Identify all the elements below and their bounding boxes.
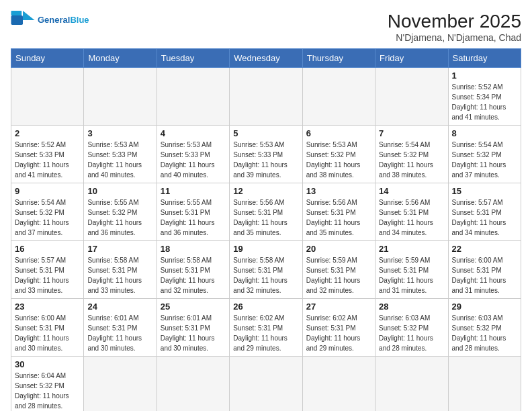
day-info: Sunrise: 6:01 AM Sunset: 5:31 PM Dayligh… [87,313,152,353]
day-info: Sunrise: 5:54 AM Sunset: 5:32 PM Dayligh… [15,197,80,238]
day-info: Sunrise: 6:02 AM Sunset: 5:31 PM Dayligh… [306,313,371,353]
calendar-cell [157,357,229,412]
calendar-week-0: 1Sunrise: 5:52 AM Sunset: 5:34 PM Daylig… [11,68,521,126]
day-info: Sunrise: 5:54 AM Sunset: 5:32 PM Dayligh… [379,140,444,180]
svg-rect-0 [11,15,24,25]
calendar-cell: 20Sunrise: 5:59 AM Sunset: 5:31 PM Dayli… [302,241,375,299]
day-number: 8 [452,128,517,138]
day-number: 15 [452,186,517,196]
day-number: 19 [233,244,298,254]
day-number: 1 [452,71,517,81]
day-number: 5 [233,128,298,138]
day-info: Sunrise: 5:55 AM Sunset: 5:32 PM Dayligh… [87,197,152,238]
calendar-week-5: 30Sunrise: 6:04 AM Sunset: 5:32 PM Dayli… [11,357,521,412]
day-number: 26 [233,302,298,312]
calendar-cell: 21Sunrise: 5:59 AM Sunset: 5:31 PM Dayli… [375,241,448,299]
calendar-cell [302,68,375,126]
calendar-cell [84,357,157,412]
day-info: Sunrise: 5:55 AM Sunset: 5:31 PM Dayligh… [161,197,226,238]
day-info: Sunrise: 6:02 AM Sunset: 5:31 PM Dayligh… [233,313,298,353]
day-info: Sunrise: 5:59 AM Sunset: 5:31 PM Dayligh… [379,255,444,295]
day-info: Sunrise: 5:53 AM Sunset: 5:32 PM Dayligh… [306,140,371,180]
day-number: 24 [87,302,152,312]
day-info: Sunrise: 5:58 AM Sunset: 5:31 PM Dayligh… [161,255,226,295]
calendar-cell [375,68,448,126]
calendar-cell [84,68,157,126]
calendar-cell: 8Sunrise: 5:54 AM Sunset: 5:32 PM Daylig… [448,126,521,183]
day-number: 29 [452,302,517,312]
calendar-cell: 25Sunrise: 6:01 AM Sunset: 5:31 PM Dayli… [157,299,229,357]
day-number: 18 [161,244,226,254]
calendar-cell [230,357,302,412]
calendar-cell: 17Sunrise: 5:58 AM Sunset: 5:31 PM Dayli… [84,241,157,299]
day-number: 13 [306,186,371,196]
logo-text: GeneralBlue [38,15,89,26]
calendar-cell: 9Sunrise: 5:54 AM Sunset: 5:32 PM Daylig… [11,183,84,241]
day-number: 7 [379,128,444,138]
calendar-cell: 30Sunrise: 6:04 AM Sunset: 5:32 PM Dayli… [11,357,84,412]
day-number: 22 [452,244,517,254]
calendar-cell: 24Sunrise: 6:01 AM Sunset: 5:31 PM Dayli… [84,299,157,357]
day-info: Sunrise: 5:56 AM Sunset: 5:31 PM Dayligh… [306,197,371,238]
weekday-header-friday: Friday [375,49,448,68]
calendar-body: 1Sunrise: 5:52 AM Sunset: 5:34 PM Daylig… [11,68,521,412]
calendar-cell: 23Sunrise: 6:00 AM Sunset: 5:31 PM Dayli… [11,299,84,357]
weekday-row: SundayMondayTuesdayWednesdayThursdayFrid… [11,49,521,68]
day-info: Sunrise: 5:53 AM Sunset: 5:33 PM Dayligh… [87,140,152,180]
day-info: Sunrise: 5:59 AM Sunset: 5:31 PM Dayligh… [306,255,371,295]
calendar-cell: 5Sunrise: 5:53 AM Sunset: 5:33 PM Daylig… [230,126,302,183]
logo: GeneralBlue [11,11,89,30]
day-number: 17 [87,244,152,254]
day-number: 28 [379,302,444,312]
calendar-cell: 19Sunrise: 5:58 AM Sunset: 5:31 PM Dayli… [230,241,302,299]
day-number: 21 [379,244,444,254]
calendar-cell: 7Sunrise: 5:54 AM Sunset: 5:32 PM Daylig… [375,126,448,183]
day-number: 6 [306,128,371,138]
weekday-header-thursday: Thursday [302,49,375,68]
calendar-header: SundayMondayTuesdayWednesdayThursdayFrid… [11,49,521,68]
calendar-cell [448,357,521,412]
day-number: 11 [161,186,226,196]
calendar-cell [302,357,375,412]
day-number: 25 [161,302,226,312]
day-info: Sunrise: 5:58 AM Sunset: 5:31 PM Dayligh… [87,255,152,295]
calendar-cell: 10Sunrise: 5:55 AM Sunset: 5:32 PM Dayli… [84,183,157,241]
day-info: Sunrise: 6:04 AM Sunset: 5:32 PM Dayligh… [15,371,80,411]
day-number: 27 [306,302,371,312]
calendar-cell [11,68,84,126]
day-info: Sunrise: 6:03 AM Sunset: 5:32 PM Dayligh… [379,313,444,353]
calendar-cell: 28Sunrise: 6:03 AM Sunset: 5:32 PM Dayli… [375,299,448,357]
day-number: 14 [379,186,444,196]
calendar-week-4: 23Sunrise: 6:00 AM Sunset: 5:31 PM Dayli… [11,299,521,357]
logo-blue: Blue [70,15,89,25]
location-title: N'Djamena, N'Djamena, Chad [388,32,521,43]
day-info: Sunrise: 5:53 AM Sunset: 5:33 PM Dayligh… [161,140,226,180]
calendar: SundayMondayTuesdayWednesdayThursdayFrid… [11,48,521,411]
day-info: Sunrise: 5:52 AM Sunset: 5:34 PM Dayligh… [452,82,517,122]
calendar-cell: 13Sunrise: 5:56 AM Sunset: 5:31 PM Dayli… [302,183,375,241]
calendar-cell [375,357,448,412]
calendar-week-2: 9Sunrise: 5:54 AM Sunset: 5:32 PM Daylig… [11,183,521,241]
calendar-cell [230,68,302,126]
weekday-header-saturday: Saturday [448,49,521,68]
day-info: Sunrise: 5:57 AM Sunset: 5:31 PM Dayligh… [452,197,517,238]
weekday-header-sunday: Sunday [11,49,84,68]
title-area: November 2025 N'Djamena, N'Djamena, Chad [388,11,521,43]
day-number: 30 [15,359,80,369]
calendar-cell: 22Sunrise: 6:00 AM Sunset: 5:31 PM Dayli… [448,241,521,299]
day-number: 20 [306,244,371,254]
day-info: Sunrise: 5:56 AM Sunset: 5:31 PM Dayligh… [233,197,298,238]
day-number: 4 [161,128,226,138]
calendar-cell: 18Sunrise: 5:58 AM Sunset: 5:31 PM Dayli… [157,241,229,299]
calendar-cell: 14Sunrise: 5:56 AM Sunset: 5:31 PM Dayli… [375,183,448,241]
calendar-cell: 12Sunrise: 5:56 AM Sunset: 5:31 PM Dayli… [230,183,302,241]
day-info: Sunrise: 5:53 AM Sunset: 5:33 PM Dayligh… [233,140,298,180]
calendar-cell [157,68,229,126]
day-number: 3 [87,128,152,138]
day-number: 9 [15,186,80,196]
calendar-cell: 15Sunrise: 5:57 AM Sunset: 5:31 PM Dayli… [448,183,521,241]
day-number: 10 [87,186,152,196]
calendar-cell: 3Sunrise: 5:53 AM Sunset: 5:33 PM Daylig… [84,126,157,183]
calendar-cell: 4Sunrise: 5:53 AM Sunset: 5:33 PM Daylig… [157,126,229,183]
weekday-header-wednesday: Wednesday [230,49,302,68]
